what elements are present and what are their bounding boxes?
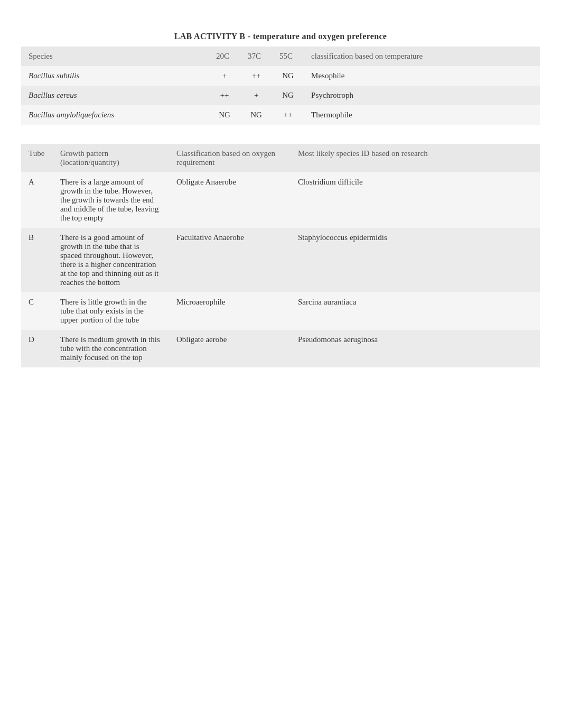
oxy-growth: There is medium growth in this tube with… [53,330,169,367]
oxy-classification: Obligate aerobe [169,330,291,367]
temp-37c: + [240,86,272,105]
temp-20c: NG [209,105,240,125]
temp-table-row: Bacillus subtilis + ++ NG Mesophile [21,66,540,86]
oxy-growth: There is a large amount of growth in the… [53,172,169,228]
temp-col-classification: classification based on temperature [304,47,540,66]
oxy-classification: Microaerophile [169,292,291,330]
temp-37c: NG [240,105,272,125]
temp-37c: ++ [240,66,272,86]
temp-col-37c: 37C [240,47,272,66]
temp-classification: Mesophile [304,66,540,86]
temp-55c: NG [272,66,304,86]
oxy-tube: D [21,330,53,367]
temperature-table: Species 20C 37C 55C classification based… [21,47,540,125]
temp-col-20c: 20C [209,47,240,66]
oxy-tube: B [21,228,53,292]
oxy-col-growth: Growth pattern (location/quantity) [53,144,169,172]
oxy-table-row: B There is a good amount of growth in th… [21,228,540,292]
oxy-table-row: C There is little growth in the tube tha… [21,292,540,330]
lab-title: LAB ACTIVITY B - temperature and oxygen … [21,32,540,41]
oxy-classification: Facultative Anaerobe [169,228,291,292]
temp-species: Bacillus subtilis [21,66,209,86]
temp-table-row: Bacillus cereus ++ + NG Psychrotroph [21,86,540,105]
temp-55c: NG [272,86,304,105]
oxy-col-tube: Tube [21,144,53,172]
oxy-species: Staphylococcus epidermidis [291,228,540,292]
temp-20c: + [209,66,240,86]
oxy-species: Clostridium difficile [291,172,540,228]
oxy-growth: There is a good amount of growth in the … [53,228,169,292]
temp-species: Bacillus amyloliquefaciens [21,105,209,125]
temp-col-55c: 55C [272,47,304,66]
oxy-col-species: Most likely species ID based on research [291,144,540,172]
oxy-table-row: D There is medium growth in this tube wi… [21,330,540,367]
temp-species: Bacillus cereus [21,86,209,105]
oxy-growth: There is little growth in the tube that … [53,292,169,330]
oxy-table-row: A There is a large amount of growth in t… [21,172,540,228]
oxy-col-classification: Classification based on oxygen requireme… [169,144,291,172]
oxy-classification: Obligate Anaerobe [169,172,291,228]
oxy-tube: C [21,292,53,330]
temp-20c: ++ [209,86,240,105]
temp-col-species: Species [21,47,209,66]
oxy-species: Sarcina aurantiaca [291,292,540,330]
oxy-tube: A [21,172,53,228]
temp-classification: Thermophile [304,105,540,125]
temp-table-row: Bacillus amyloliquefaciens NG NG ++ Ther… [21,105,540,125]
oxy-species: Pseudomonas aeruginosa [291,330,540,367]
temp-classification: Psychrotroph [304,86,540,105]
oxygen-table: Tube Growth pattern (location/quantity) … [21,144,540,367]
temp-55c: ++ [272,105,304,125]
